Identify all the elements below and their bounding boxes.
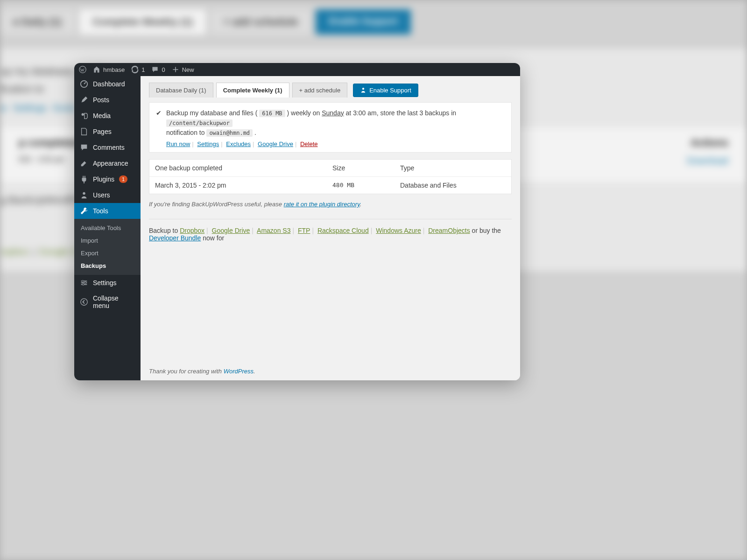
comments-link[interactable]: 0 [151, 66, 165, 73]
admin-bar: hmbase 1 0 New [74, 63, 520, 76]
svg-point-3 [83, 192, 85, 195]
backup-destinations: Backup to Dropbox| Google Drive| Amazon … [149, 227, 512, 242]
button-label: Enable Support [369, 87, 411, 94]
dest-amazon-s3[interactable]: Amazon S3 [257, 227, 290, 234]
th-completed: One backup completed [155, 164, 332, 172]
menu-tools[interactable]: Tools [74, 203, 141, 219]
backups-table: One backup completed Size Type March 3, … [149, 159, 512, 194]
menu-label: Pages [93, 128, 112, 135]
menu-label: Dashboard [93, 80, 125, 88]
updates-count: 1 [141, 66, 145, 73]
footer-credit: Thank you for creating with WordPress. [149, 368, 255, 375]
tab-database-daily[interactable]: Database Daily (1) [149, 83, 213, 98]
dest-google-drive[interactable]: Google Drive [212, 227, 250, 234]
site-name-label: hmbase [103, 66, 125, 73]
notification-email: owain@hmn.md [206, 129, 253, 137]
rating-hint: If you're finding BackUpWordPress useful… [149, 201, 512, 208]
schedule-description: Backup my database and files ( 616 MB ) … [166, 108, 504, 138]
menu-label: Users [93, 191, 110, 199]
dest-azure[interactable]: Windows Azure [376, 227, 421, 234]
sub-backups[interactable]: Backups [74, 259, 141, 272]
settings-link[interactable]: Settings [197, 140, 219, 147]
th-size: Size [332, 164, 400, 172]
sub-available-tools[interactable]: Available Tools [74, 222, 141, 234]
menu-comments[interactable]: Comments [74, 140, 141, 155]
dest-dreamobjects[interactable]: DreamObjects [428, 227, 470, 234]
menu-label: Tools [93, 207, 108, 215]
svg-point-8 [85, 282, 86, 284]
svg-point-7 [82, 280, 84, 282]
plugins-badge: 1 [119, 175, 127, 183]
bg-btn: Enable Support [316, 9, 411, 35]
support-icon [360, 87, 366, 93]
wp-admin-window: hmbase 1 0 New Dashboard Posts Media [74, 63, 520, 380]
bg-tab: e Daily (1) [0, 9, 75, 35]
main-content: Database Daily (1) Complete Weekly (1) +… [141, 76, 520, 380]
backup-size: 616 MB [259, 110, 285, 117]
enable-support-button[interactable]: Enable Support [353, 84, 418, 97]
tab-add-schedule[interactable]: + add schedule [292, 83, 348, 98]
new-content-link[interactable]: New [172, 66, 194, 73]
rate-plugin-link[interactable]: rate it on the plugin directory [284, 201, 360, 208]
menu-label: Collapse menu [93, 294, 135, 309]
sub-export[interactable]: Export [74, 247, 141, 259]
td-date: March 3, 2015 - 2:02 pm [155, 182, 332, 189]
menu-pages[interactable]: Pages [74, 124, 141, 140]
schedule-panel: ✔ Backup my database and files ( 616 MB … [149, 102, 512, 153]
menu-label: Comments [93, 144, 125, 151]
td-size: 480 MB [332, 182, 400, 189]
menu-posts[interactable]: Posts [74, 92, 141, 108]
wordpress-link[interactable]: WordPress [224, 368, 254, 375]
sub-import[interactable]: Import [74, 234, 141, 247]
menu-plugins[interactable]: Plugins 1 [74, 171, 141, 187]
svg-point-11 [362, 88, 364, 90]
comments-count: 0 [162, 66, 165, 73]
wp-logo-icon[interactable] [79, 66, 86, 73]
dest-dropbox[interactable]: Dropbox [180, 227, 204, 234]
google-drive-link[interactable]: Google Drive [258, 140, 293, 147]
divider [149, 219, 512, 219]
schedule-day: Sunday [322, 109, 344, 117]
menu-label: Settings [93, 279, 117, 287]
svg-point-9 [82, 284, 84, 286]
menu-media[interactable]: Media [74, 108, 141, 124]
tab-complete-weekly[interactable]: Complete Weekly (1) [216, 83, 289, 98]
td-type: Database and Files [400, 182, 506, 189]
run-now-link[interactable]: Run now [166, 140, 190, 147]
menu-label: Appearance [93, 160, 128, 167]
menu-appearance[interactable]: Appearance [74, 155, 141, 171]
menu-users[interactable]: Users [74, 187, 141, 203]
site-name[interactable]: hmbase [93, 66, 125, 73]
schedule-tabs: Database Daily (1) Complete Weekly (1) +… [149, 83, 512, 98]
menu-dashboard[interactable]: Dashboard [74, 76, 141, 92]
menu-settings[interactable]: Settings [74, 275, 141, 291]
svg-point-2 [82, 113, 84, 116]
excludes-link[interactable]: Excludes [226, 140, 251, 147]
tools-submenu: Available Tools Import Export Backups [74, 219, 141, 275]
menu-label: Media [93, 112, 111, 119]
bg-tab: Complete Weekly (1) [79, 9, 206, 35]
collapse-menu[interactable]: Collapse menu [74, 291, 141, 313]
dest-rackspace[interactable]: Rackspace Cloud [317, 227, 369, 234]
bg-tab: + add schedule [211, 9, 311, 35]
developer-bundle-link[interactable]: Developer Bundle [149, 234, 201, 242]
schedule-actions: Run now| Settings| Excludes| Google Driv… [166, 140, 504, 147]
table-row: March 3, 2015 - 2:02 pm 480 MB Database … [149, 177, 511, 194]
admin-sidebar: Dashboard Posts Media Pages Comments App… [74, 76, 141, 380]
svg-point-0 [79, 66, 86, 73]
updates-link[interactable]: 1 [131, 66, 145, 73]
svg-point-10 [81, 299, 87, 305]
menu-label: Posts [93, 96, 109, 104]
dest-ftp[interactable]: FTP [298, 227, 310, 234]
th-type: Type [400, 164, 506, 172]
new-label: New [182, 66, 194, 73]
backup-path: /content/backupwor [166, 119, 233, 127]
check-icon: ✔ [156, 109, 162, 117]
table-header: One backup completed Size Type [149, 160, 511, 177]
delete-link[interactable]: Delete [300, 140, 318, 147]
menu-label: Plugins [93, 175, 114, 183]
